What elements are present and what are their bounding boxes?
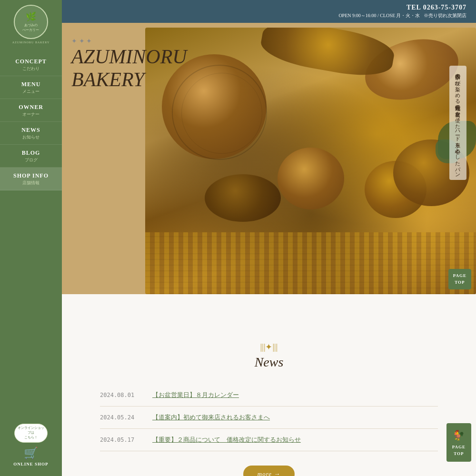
news-item: 2024.08.01 【お盆営業日】８月カレンダー [100, 384, 438, 407]
nav-menu: CONCEPT こだわり MENU メニュー OWNER オーナー NEWS お… [0, 53, 62, 190]
online-shop-button[interactable]: 🛒 ONLINE SHOP [13, 446, 48, 466]
sidebar-item-menu[interactable]: MENU メニュー [0, 76, 62, 99]
hours-info: OPEN 9:00～16:00 / CLOSE 月・火・水 ※売り切れ次第閉店 [71, 12, 466, 19]
sidebar-item-owner[interactable]: OWNER オーナー [0, 99, 62, 122]
more-button[interactable]: more → [243, 466, 295, 476]
page-top-button-hero[interactable]: PAGETOP [448, 269, 471, 289]
top-bar: TEL 0263-75-3707 OPEN 9:00～16:00 / CLOSE… [62, 0, 476, 23]
hero-title-area: ✦ ✦ ✦ AZUMINORU BAKERY [71, 37, 187, 91]
news-item: 2024.05.24 【道案内】初めて御来店されるお客さまへ [100, 407, 438, 429]
news-link-2[interactable]: 【道案内】初めて御来店されるお客さまへ [152, 413, 270, 422]
sidebar-bottom: オンラインショップはこちら！ 🛒 ONLINE SHOP [0, 424, 62, 476]
logo-area: 🌿 あづみのべーカリー AZUMINORU BAKERY [12, 5, 50, 44]
hero-bread-image: 四季折々の味が楽しめる地元長野の素材を使ったハード系を中心としたパン PAGET… [145, 28, 476, 294]
logo-name-jp: あづみのべーカリー [22, 23, 39, 33]
online-bubble: オンラインショップはこちら！ [14, 424, 48, 443]
sidebar: 🌿 あづみのべーカリー AZUMINORU BAKERY CONCEPT こだわ… [0, 0, 62, 476]
news-title-area: |||✦||| News [100, 342, 438, 370]
divider-1 [62, 294, 476, 313]
main-content: ✦ ✦ ✦ AZUMINORU BAKERY [62, 23, 476, 476]
hero-deco: ✦ ✦ ✦ [71, 37, 187, 45]
hero-title: AZUMINORU BAKERY [71, 45, 187, 91]
hero-section: ✦ ✦ ✦ AZUMINORU BAKERY [62, 23, 476, 294]
hero-side-text: 四季折々の味が楽しめる地元長野の素材を使ったハード系を中心としたパン [449, 66, 466, 180]
phone-number: TEL 0263-75-3707 [71, 4, 466, 11]
news-date-2: 2024.05.24 [100, 414, 152, 421]
news-link-3[interactable]: 【重要】２商品について 価格改定に関するお知らせ [152, 436, 301, 444]
logo-sub: AZUMINORU BAKERY [12, 41, 50, 44]
sidebar-item-blog[interactable]: BLOG ブログ [0, 145, 62, 168]
news-list: 2024.08.01 【お盆営業日】８月カレンダー 2024.05.24 【道案… [100, 384, 438, 451]
news-deco: |||✦||| [100, 342, 438, 352]
news-link-1[interactable]: 【お盆営業日】８月カレンダー [152, 391, 239, 399]
more-btn-area: more → [100, 466, 438, 476]
cart-icon: 🛒 [24, 446, 38, 460]
sidebar-item-shop-info[interactable]: SHOP INFO 店舗情報 [0, 168, 62, 190]
logo-circle[interactable]: 🌿 あづみのべーカリー [14, 5, 48, 39]
logo-icon: 🌿 [26, 11, 36, 22]
news-item: 2024.05.17 【重要】２商品について 価格改定に関するお知らせ [100, 429, 438, 451]
page-top-float[interactable]: 🐓 PAGETOP [446, 423, 471, 462]
sidebar-item-news[interactable]: NEWS お知らせ [0, 122, 62, 145]
news-date-1: 2024.08.01 [100, 392, 152, 398]
news-title: News [100, 355, 438, 370]
news-section: |||✦||| News 2024.08.01 【お盆営業日】８月カレンダー 2… [62, 313, 476, 476]
rooster-icon: 🐓 [452, 428, 466, 442]
news-date-3: 2024.05.17 [100, 436, 152, 443]
sidebar-item-concept[interactable]: CONCEPT こだわり [0, 53, 62, 76]
